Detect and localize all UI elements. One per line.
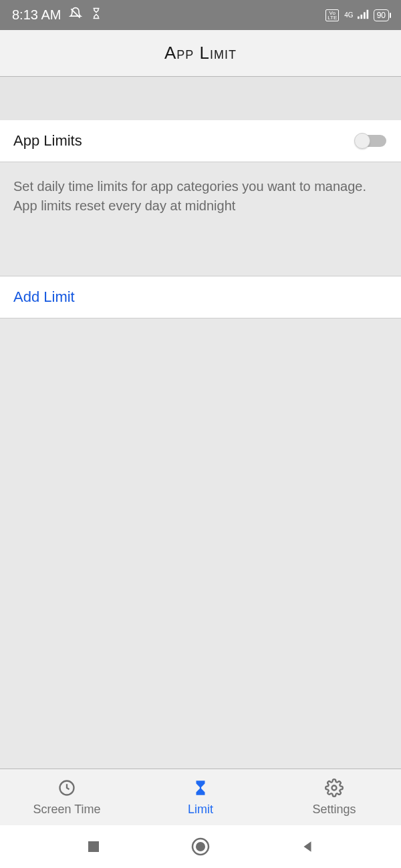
home-button[interactable] (187, 833, 214, 860)
svg-rect-1 (360, 15, 362, 19)
hourglass-icon (192, 779, 209, 800)
mute-icon (69, 7, 82, 23)
network-type: 4G (344, 11, 353, 19)
signal-icon (358, 7, 370, 23)
svg-rect-3 (366, 10, 368, 19)
bottom-nav: Screen Time Limit Settings (0, 769, 401, 825)
status-left: 8:13 AM (12, 7, 102, 23)
page-title: App Limit (164, 43, 237, 63)
nav-label: Screen Time (33, 803, 100, 817)
recents-button[interactable] (80, 833, 107, 860)
svg-rect-6 (88, 841, 99, 852)
page-header: App Limit (0, 30, 401, 77)
svg-rect-0 (358, 17, 360, 19)
toggle-knob (354, 133, 370, 149)
battery-icon: 90 (374, 9, 389, 21)
empty-content (0, 318, 401, 769)
status-bar: 8:13 AM VoLTE 4G 90 (0, 0, 401, 30)
status-time: 8:13 AM (12, 7, 61, 23)
spacer (0, 77, 401, 120)
gear-icon (325, 779, 344, 800)
svg-point-8 (196, 842, 205, 851)
description-text: Set daily time limits for app categories… (0, 162, 401, 276)
app-limits-toggle[interactable] (354, 133, 388, 149)
back-button[interactable] (294, 833, 321, 860)
nav-settings[interactable]: Settings (267, 769, 401, 825)
volte-icon: VoLTE (325, 9, 339, 21)
add-limit-row[interactable]: Add Limit (0, 276, 401, 318)
svg-point-5 (332, 785, 337, 790)
hourglass-icon (90, 7, 102, 23)
svg-rect-2 (364, 12, 366, 19)
toggle-label: App Limits (13, 132, 82, 150)
nav-label: Settings (312, 803, 356, 817)
nav-label: Limit (188, 803, 213, 817)
nav-screen-time[interactable]: Screen Time (0, 769, 134, 825)
app-limits-toggle-row[interactable]: App Limits (0, 120, 401, 162)
clock-icon (57, 779, 76, 800)
nav-limit[interactable]: Limit (134, 769, 267, 825)
status-right: VoLTE 4G 90 (325, 7, 389, 23)
add-limit-label: Add Limit (13, 288, 388, 306)
system-nav (0, 825, 401, 868)
